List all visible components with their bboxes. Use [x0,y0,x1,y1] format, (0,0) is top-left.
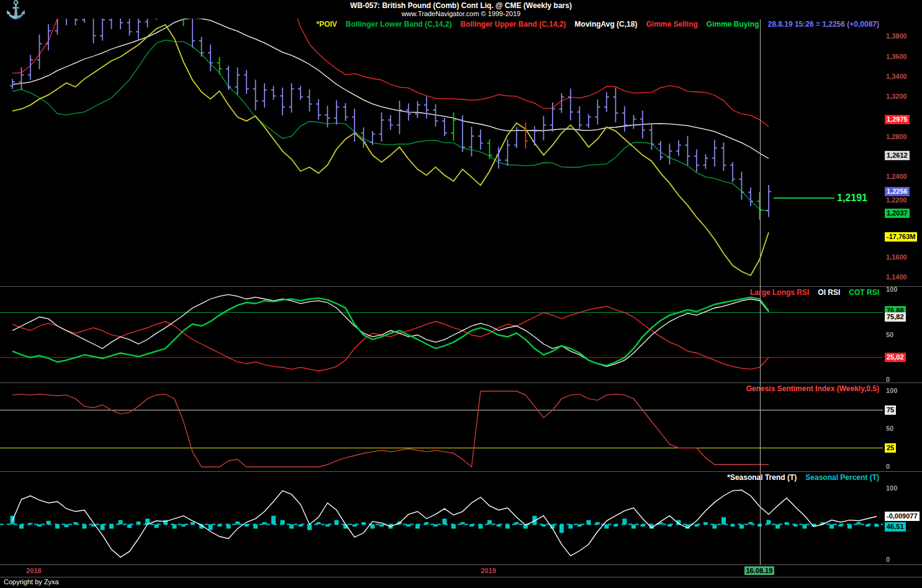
axis-value-badge: 25 [885,443,896,453]
legend-item-poiv[interactable]: *POIV [316,20,337,29]
legend-item-bollinger-upper[interactable]: Bollinger Upper Band (C,14,2) [461,20,566,29]
axis-tick-label: 100 [886,285,897,294]
axis-value-badge: -0,009077 [885,512,920,521]
rsi-indicator-canvas[interactable] [0,287,883,383]
legend-quote-readout: 28.8.19 15:26 = 1,2256 (+0,0087) [768,20,879,29]
panel-divider [0,286,922,287]
legend-item-cot-rsi[interactable]: COT RSI [849,288,879,297]
axis-tick-label: 1,2800 [886,132,907,141]
axis-tick-label: 1,3400 [886,72,907,81]
axis-value-badge: 46,51 [885,522,906,531]
axis-tick-label: 0 [886,375,890,384]
legend-item-large-longs-rsi[interactable]: Large Longs RSI [750,288,809,297]
legend-item-gimme-buying[interactable]: Gimme Buying [707,20,759,29]
axis-tick-label: 1,1400 [886,273,907,281]
legend-item-sentiment-index[interactable]: Genesis Sentiment Index (Weekly,0.5) [746,384,879,393]
legend-item-seasonal-trend[interactable]: *Seasonal Trend (T) [727,473,797,482]
current-price-label: 1,2191 [837,192,867,204]
panel-divider [0,564,922,565]
panel-divider [0,382,922,383]
legend-item-seasonal-percent[interactable]: Seasonal Percent (T) [805,473,879,482]
axis-value-badge: -17,763M [885,232,917,242]
legend-item-movingavg[interactable]: MovingAvg (C,18) [575,20,638,29]
legend-item-gimme-selling[interactable]: Gimme Selling [646,20,697,29]
seasonal-panel-legend: *Seasonal Trend (T) Seasonal Percent (T) [0,473,879,482]
panel-divider [0,471,922,472]
x-axis-year-label: 2018 [26,567,41,574]
panel-divider [0,577,922,577]
axis-tick-label: 50 [886,424,893,433]
axis-tick-label: 0 [886,555,890,564]
chart-header: WB-057: British Pound (Comb) Cont Liq. @… [0,0,922,17]
axis-tick-label: 50 [886,330,893,339]
axis-value-badge: 75,82 [885,312,906,322]
axis-tick-label: 0 [886,462,890,471]
axis-tick-label: 1,3200 [886,92,907,101]
axis-value-badge: 1,2612 [885,151,910,160]
axis-value-badge: 75 [885,405,896,415]
sentiment-indicator-canvas[interactable] [0,383,883,472]
price-panel-legend: *POIV Bollinger Lower Band (C,14,2) Boll… [0,20,879,29]
axis-value-badge: 1,2037 [885,209,910,218]
legend-item-oi-rsi[interactable]: OI RSI [818,288,840,297]
axis-tick-label: 100 [886,386,897,395]
chart-title: WB-057: British Pound (Comb) Cont Liq. @… [0,0,922,10]
seasonal-indicator-canvas[interactable] [0,472,883,565]
axis-tick-label: 1,3800 [886,32,907,40]
axis-value-badge: 1,2256 [885,187,910,196]
axis-tick-label: 100 [886,484,897,492]
price-chart-canvas[interactable] [0,19,883,287]
axis-tick-label: 1,2400 [886,172,907,181]
axis-value-badge: 1,2975 [885,115,910,124]
axis-tick-label: 1,1600 [886,253,907,261]
axis-value-badge: 25,02 [885,353,906,362]
trade-navigator-window: ⚓ WB-057: British Pound (Comb) Cont Liq.… [0,0,922,588]
cursor-date-badge: 16.08.19 [744,566,775,575]
axis-tick-label: 1,2200 [886,196,907,204]
rsi-panel-legend: Large Longs RSI OI RSI COT RSI [0,288,879,297]
legend-item-bollinger-lower[interactable]: Bollinger Lower Band (C,14,2) [346,20,452,29]
sentiment-panel-legend: Genesis Sentiment Index (Weekly,0.5) [0,384,879,393]
watermark-url: www.TradeNavigator.com © 1999-2019 [0,10,922,17]
right-axis-column[interactable]: 1,38001,36001,34001,32001,28001,24001,22… [884,0,922,588]
x-axis-year-label: 2019 [481,567,496,574]
axis-tick-label: 1,3600 [886,52,907,61]
copyright-text: Copyright by Zyxa [4,578,59,586]
